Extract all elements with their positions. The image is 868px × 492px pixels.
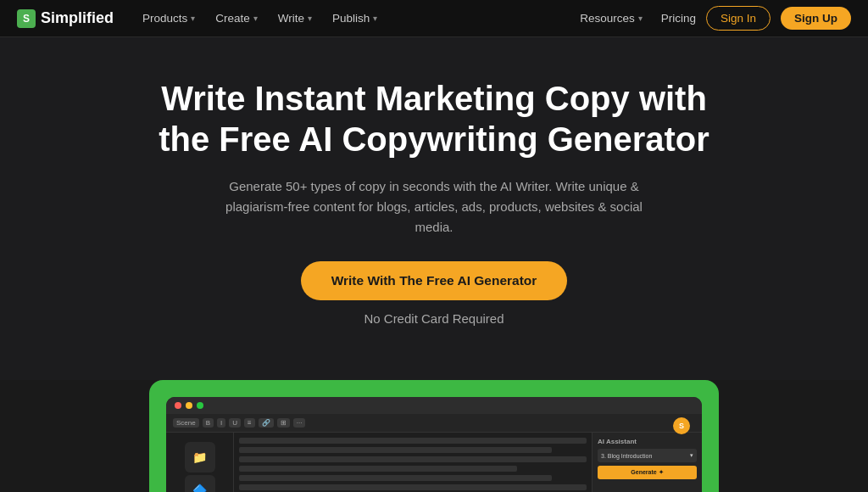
no-credit-text: No Credit Card Required (364, 309, 504, 329)
main-editor[interactable] (234, 433, 592, 492)
window-minimize-dot (186, 402, 192, 409)
toolbar-b-btn[interactable]: B (203, 418, 214, 428)
chevron-down-icon: ▾ (638, 14, 643, 23)
logo[interactable]: S Simplified (17, 9, 114, 28)
editor-line (239, 447, 552, 453)
editor-line (239, 466, 517, 472)
sidebar-assets-icon[interactable]: 🔷 (185, 475, 215, 492)
nav-item-resources[interactable]: Resources ▾ (571, 7, 651, 30)
cta-button[interactable]: Write With The Free AI Generator (301, 261, 568, 300)
nav-right: Resources ▾ Pricing Sign In Sign Up (571, 6, 851, 31)
signup-button[interactable]: Sign Up (781, 7, 851, 30)
editor-line (239, 484, 587, 490)
ai-assistant-panel: AI Assistant 3. Blog Introduction ▾ Gene… (592, 433, 702, 492)
window-content: 📁 🔷 🖼 🔍 check plans (166, 433, 702, 492)
toolbar-img-btn[interactable]: ⊞ (277, 418, 290, 428)
toolbar-align-btn[interactable]: ≡ (244, 418, 255, 428)
navbar: S Simplified Products ▾ Create ▾ Write ▾… (0, 0, 868, 37)
window-close-dot (175, 402, 181, 409)
nav-item-write[interactable]: Write ▾ (270, 7, 320, 30)
sidebar-projects-icon[interactable]: 📁 (185, 442, 215, 472)
nav-item-pricing[interactable]: Pricing (661, 12, 696, 25)
logo-text: Simplified (41, 9, 114, 27)
toolbar-more-btn[interactable]: ··· (293, 418, 306, 428)
sidebar-panel: 📁 🔷 🖼 🔍 check plans (166, 433, 234, 492)
window-toolbar: Scene B I U ≡ 🔗 ⊞ ··· (166, 414, 702, 433)
chevron-down-icon: ▾ (690, 452, 693, 459)
editor-line (239, 475, 552, 481)
toolbar-scene-btn[interactable]: Scene (173, 418, 199, 428)
nav-left: S Simplified Products ▾ Create ▾ Write ▾… (17, 7, 386, 30)
app-preview-section: Scene B I U ≡ 🔗 ⊞ ··· 📁 🔷 🖼 🔍 check plan… (149, 380, 719, 492)
chevron-down-icon: ▾ (373, 14, 377, 23)
nav-item-products[interactable]: Products ▾ (134, 7, 203, 30)
signin-button[interactable]: Sign In (706, 6, 771, 31)
window-titlebar (166, 397, 702, 414)
chevron-down-icon: ▾ (253, 14, 258, 23)
ai-option-select[interactable]: 3. Blog Introduction ▾ (598, 449, 697, 462)
toolbar-u-btn[interactable]: U (229, 418, 241, 428)
window-maximize-dot (197, 402, 203, 409)
app-window: Scene B I U ≡ 🔗 ⊞ ··· 📁 🔷 🖼 🔍 check plan… (166, 397, 702, 492)
nav-item-publish[interactable]: Publish ▾ (324, 7, 386, 30)
app-icon: S (673, 417, 690, 434)
hero-heading: Write Instant Marketing Copy with the Fr… (137, 78, 731, 159)
hero-subtext: Generate 50+ types of copy in seconds wi… (214, 176, 654, 238)
ai-panel-title: AI Assistant (598, 438, 697, 445)
hero-section: Write Instant Marketing Copy with the Fr… (0, 37, 868, 380)
chevron-down-icon: ▾ (308, 14, 312, 23)
editor-line (239, 456, 587, 462)
nav-item-create[interactable]: Create ▾ (207, 7, 266, 30)
chevron-down-icon: ▾ (191, 14, 195, 23)
nav-items: Products ▾ Create ▾ Write ▾ Publish ▾ (134, 7, 386, 30)
logo-icon: S (17, 9, 36, 28)
toolbar-link-btn[interactable]: 🔗 (259, 418, 274, 428)
ai-generate-button[interactable]: Generate ✦ (598, 466, 697, 479)
editor-line (239, 438, 587, 444)
toolbar-i-btn[interactable]: I (217, 418, 225, 428)
